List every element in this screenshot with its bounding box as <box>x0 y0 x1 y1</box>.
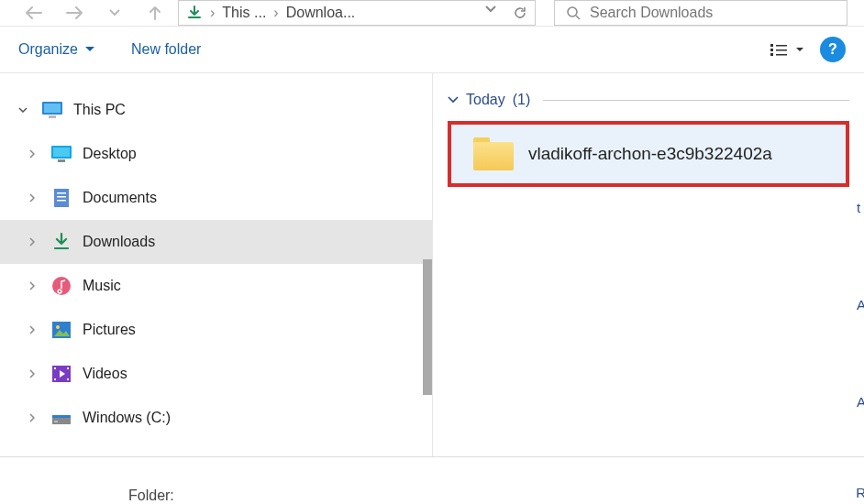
tree-item-label: Videos <box>83 366 127 382</box>
new-folder-label: New folder <box>131 41 201 58</box>
svg-rect-21 <box>54 367 56 369</box>
chevron-right-icon: › <box>210 5 215 21</box>
tree-item-label: Documents <box>83 190 157 206</box>
svg-rect-2 <box>776 45 787 47</box>
svg-rect-12 <box>58 159 65 162</box>
tree-item-desktop[interactable]: Desktop <box>0 132 432 176</box>
svg-rect-9 <box>49 115 56 118</box>
chevron-right-icon <box>24 237 40 247</box>
tree-item-music[interactable]: Music <box>0 264 432 308</box>
tree-item-label: Desktop <box>83 146 137 162</box>
downloads-location-icon <box>186 5 203 21</box>
view-options-button[interactable] <box>770 43 803 56</box>
bottom-bar: Folder: <box>0 456 864 504</box>
command-bar: Organize New folder ? <box>0 26 864 73</box>
svg-rect-24 <box>67 378 69 380</box>
chevron-down-icon <box>796 48 803 52</box>
navigation-pane: This PC Desktop Documents Downloads <box>0 73 433 456</box>
chevron-right-icon <box>24 281 40 290</box>
help-button[interactable]: ? <box>820 37 846 62</box>
svg-point-19 <box>56 325 60 329</box>
svg-rect-6 <box>776 54 787 56</box>
chevron-down-icon <box>15 107 31 113</box>
svg-rect-3 <box>770 49 773 51</box>
tree-item-label: Pictures <box>83 322 136 338</box>
edge-fragment: tAA <box>857 159 864 451</box>
svg-rect-23 <box>67 367 69 369</box>
refresh-button[interactable] <box>513 5 527 20</box>
up-button[interactable] <box>138 0 172 26</box>
svg-rect-8 <box>44 104 61 113</box>
folder-icon <box>473 137 514 170</box>
chevron-down-icon <box>448 96 459 104</box>
this-pc-icon <box>40 98 64 122</box>
svg-rect-1 <box>770 44 773 47</box>
main-area: This PC Desktop Documents Downloads <box>0 73 864 456</box>
svg-rect-16 <box>57 200 66 202</box>
svg-rect-13 <box>54 189 69 207</box>
address-segment[interactable]: Downloa... <box>286 5 356 21</box>
top-navigation: › This ... › Downloa... <box>0 0 864 26</box>
tree-item-videos[interactable]: Videos <box>0 352 432 396</box>
address-bar[interactable]: › This ... › Downloa... <box>178 0 536 26</box>
organize-menu[interactable]: Organize <box>18 41 94 58</box>
file-item[interactable]: vladikoff-archon-e3c9b322402a <box>448 121 849 187</box>
chevron-right-icon: › <box>273 5 278 21</box>
recent-locations-button[interactable] <box>97 0 132 26</box>
address-segment[interactable]: This ... <box>222 5 266 21</box>
downloads-icon <box>50 230 73 254</box>
search-icon <box>566 5 581 20</box>
group-label: Today <box>466 92 505 108</box>
new-folder-button[interactable]: New folder <box>131 41 201 58</box>
svg-rect-15 <box>57 196 66 198</box>
videos-icon <box>50 362 73 386</box>
svg-rect-5 <box>770 53 773 56</box>
group-separator <box>543 100 849 101</box>
tree-item-label: Music <box>83 278 121 294</box>
group-header[interactable]: Today (1) <box>448 92 849 108</box>
forward-button[interactable] <box>57 0 92 26</box>
chevron-right-icon <box>24 413 40 422</box>
svg-rect-11 <box>53 148 70 157</box>
tree-item-downloads[interactable]: Downloads <box>0 220 432 264</box>
chevron-right-icon <box>24 193 40 203</box>
svg-rect-4 <box>776 49 787 51</box>
svg-rect-14 <box>57 192 66 194</box>
organize-label: Organize <box>18 41 78 58</box>
content-pane[interactable]: Today (1) vladikoff-archon-e3c9b322402a <box>433 73 864 456</box>
tree-item-label: This PC <box>73 102 126 118</box>
tree-item-drive-c[interactable]: Windows (C:) <box>0 396 432 440</box>
svg-rect-26 <box>52 415 71 418</box>
folder-field-label: Folder: <box>128 475 182 504</box>
music-icon <box>50 274 73 298</box>
pictures-icon <box>50 318 73 342</box>
chevron-right-icon <box>24 149 40 159</box>
desktop-icon <box>50 142 73 166</box>
search-box[interactable] <box>554 0 847 26</box>
svg-rect-27 <box>54 421 58 422</box>
file-name: vladikoff-archon-e3c9b322402a <box>528 144 772 164</box>
scrollbar-thumb[interactable] <box>423 259 432 395</box>
back-button[interactable] <box>17 0 51 26</box>
address-history-dropdown[interactable] <box>485 5 496 20</box>
drive-icon <box>50 406 73 430</box>
chevron-down-icon <box>85 47 94 52</box>
tree-item-label: Windows (C:) <box>83 410 171 426</box>
chevron-right-icon <box>24 369 40 378</box>
tree-item-this-pc[interactable]: This PC <box>0 88 432 132</box>
tree-item-label: Downloads <box>83 234 155 250</box>
documents-icon <box>50 186 73 210</box>
tree-item-pictures[interactable]: Pictures <box>0 308 432 352</box>
chevron-right-icon <box>24 325 40 334</box>
edge-fragment: R <box>856 485 864 500</box>
group-count: (1) <box>513 92 531 108</box>
search-input[interactable] <box>590 5 836 21</box>
svg-rect-22 <box>54 378 56 380</box>
svg-point-0 <box>568 7 577 16</box>
tree-item-documents[interactable]: Documents <box>0 176 432 220</box>
